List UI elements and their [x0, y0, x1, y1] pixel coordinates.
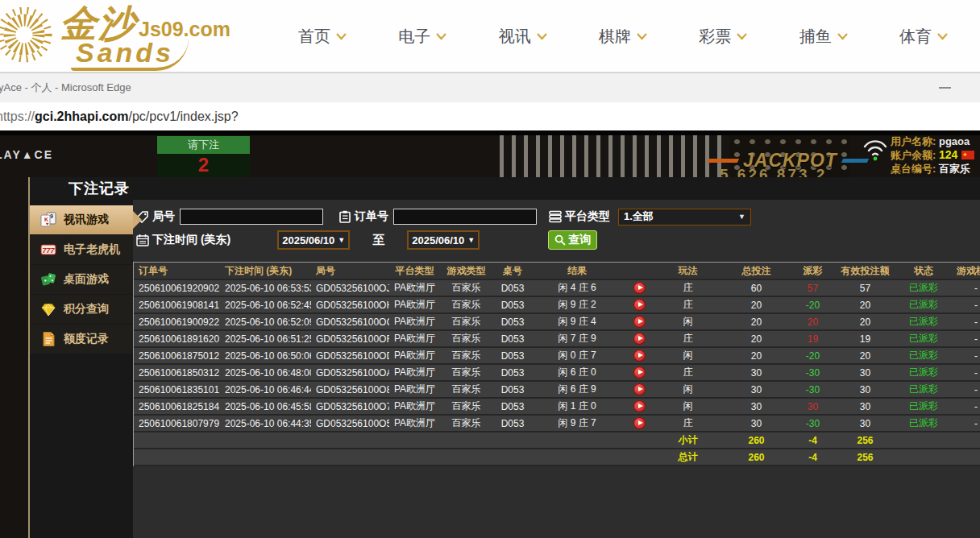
- date-to-button[interactable]: 2025/06/10 ▼: [407, 230, 480, 250]
- user-name-label: 用户名称:: [891, 135, 936, 147]
- cell-order: 250610061908141: [134, 297, 220, 312]
- sidebar-item-slots[interactable]: 777 电子老虎机: [30, 235, 133, 264]
- replay-button[interactable]: [633, 383, 646, 395]
- chevron-down-icon: [637, 33, 647, 40]
- sidebar-item-table-games[interactable]: 桌面游戏: [30, 265, 133, 294]
- nav-item-board-games[interactable]: 棋牌: [599, 26, 647, 48]
- curtain-stripes: [500, 135, 729, 177]
- cell-time: 2025-06-10 06:52:09: [220, 314, 311, 329]
- cell-bet: 60: [718, 280, 795, 296]
- filter-row-2: 下注时间 (美东) 2025/06/10 ▼ 至 2025/06/10 ▼: [133, 230, 980, 250]
- order-number-label: 订单号: [355, 209, 388, 224]
- total-icon: [621, 449, 658, 465]
- modal-titlebar[interactable]: 下注记录: [30, 177, 980, 200]
- sidebar-item-points[interactable]: 积分查询: [30, 295, 133, 324]
- cell-table: D053: [492, 399, 533, 414]
- replay-button[interactable]: [633, 366, 646, 379]
- replay-button[interactable]: [633, 316, 646, 328]
- window-title: yAce - 个人 - Microsoft Edge: [0, 81, 131, 95]
- cell-round: GD053256100O5: [311, 416, 389, 431]
- table-number-value: 百家乐: [939, 163, 970, 175]
- table-games-icon: [39, 271, 57, 288]
- nav-item-video[interactable]: 视讯: [499, 26, 547, 48]
- replay-button[interactable]: [633, 333, 646, 345]
- cell-result: 闲 1 庄 0: [533, 399, 621, 414]
- column-header-round: 局号: [311, 263, 389, 279]
- browser-urlbar[interactable]: https://gci.2hhapi.com/pc/pcv1/index.jsp…: [0, 102, 980, 130]
- cell-game: 百家乐: [440, 280, 492, 296]
- browser-titlebar[interactable]: yAce - 个人 - Microsoft Edge: [0, 72, 980, 102]
- cell-icon: [621, 297, 658, 312]
- nav-item-electronic[interactable]: 电子: [398, 26, 446, 48]
- cell-game: 百家乐: [440, 297, 492, 312]
- cell-valid: 30: [831, 416, 899, 431]
- sidebar-item-video-games[interactable]: 9 K ♥ 视讯游戏: [30, 205, 133, 234]
- cell-result: 闲 9 庄 2: [533, 297, 621, 312]
- cell-play: 闲: [658, 382, 718, 397]
- cell-bet: 20: [718, 331, 795, 346]
- total-time: [220, 449, 311, 465]
- cell-platform: PA欧洲厅: [389, 365, 440, 380]
- bet-time-label: 下注时间 (美东): [152, 233, 230, 247]
- cell-round: GD053256100OG: [311, 314, 389, 329]
- cell-mode: -: [948, 348, 980, 363]
- round-number-label: 局号: [152, 209, 175, 224]
- replay-button[interactable]: [633, 282, 646, 294]
- cell-game: 百家乐: [440, 331, 492, 346]
- chevron-down-icon: [336, 33, 347, 40]
- cell-icon: [621, 416, 658, 431]
- cell-table: D053: [492, 382, 533, 397]
- minimize-button[interactable]: [939, 87, 951, 89]
- cell-platform: PA欧洲厅: [389, 297, 440, 312]
- chevron-down-icon: [737, 33, 747, 40]
- search-button[interactable]: 查询: [548, 230, 597, 250]
- subtotal-bet: 260: [718, 432, 795, 448]
- order-number-input[interactable]: [393, 209, 537, 225]
- user-info-panel: 用户名称: pgaoa 账户余额: 124 桌台编号: 百家乐: [891, 134, 974, 176]
- subtotal-order: [134, 432, 220, 448]
- cell-bet: 30: [718, 399, 795, 414]
- cell-status: 已派彩: [899, 314, 948, 329]
- balance-row: 账户余额: 124: [891, 148, 974, 162]
- filter-panel: 局号 订单号: [133, 200, 980, 250]
- sidebar-item-quota-records[interactable]: 额度记录: [30, 325, 133, 354]
- nav-label: 电子: [398, 26, 430, 48]
- platform-list-icon: [548, 210, 563, 223]
- nav-item-fishing[interactable]: 捕鱼: [799, 26, 848, 48]
- cell-order: 250610061900922: [134, 314, 220, 329]
- nav-item-sports[interactable]: 体育: [899, 26, 948, 48]
- cell-play: 闲: [658, 314, 718, 329]
- cell-payout: -20: [795, 348, 831, 363]
- cell-valid: 19: [831, 331, 899, 346]
- cell-game: 百家乐: [440, 314, 492, 329]
- cell-platform: PA欧洲厅: [389, 280, 440, 296]
- cell-play: 闲: [658, 399, 718, 414]
- replay-button[interactable]: [633, 350, 646, 362]
- chevron-down-icon: [837, 33, 848, 40]
- replay-button[interactable]: [633, 299, 646, 311]
- replay-button[interactable]: [633, 400, 646, 412]
- cell-table: D053: [492, 314, 533, 329]
- cell-icon: [621, 348, 658, 363]
- flag-icon: [961, 151, 974, 159]
- table-number-label: 桌台编号:: [891, 163, 936, 175]
- date-from-button[interactable]: 2025/06/10 ▼: [277, 230, 350, 250]
- bet-records-table: 订单号下注时间 (美东)局号平台类型游戏类型桌号结果玩法总投注派彩有效投注额状态…: [133, 262, 980, 466]
- cell-table: D053: [492, 348, 533, 363]
- cell-play: 庄: [658, 365, 718, 380]
- nav-item-home[interactable]: 首页: [298, 26, 347, 48]
- round-number-input[interactable]: [180, 209, 323, 225]
- site-logo[interactable]: 金沙Js09.com Sands: [0, 0, 230, 72]
- playace-logo: LAY▲CE: [0, 148, 53, 161]
- cell-icon: [621, 280, 658, 296]
- cell-order: 250610061807979: [134, 416, 220, 431]
- cell-order: 250610061825184: [134, 399, 220, 414]
- subtotal-time: [220, 432, 311, 448]
- subtotal-mode: [948, 432, 980, 448]
- replay-button[interactable]: [633, 417, 646, 429]
- total-row: 总计260-4256: [134, 449, 980, 466]
- nav-item-lottery[interactable]: 彩票: [699, 26, 747, 48]
- platform-type-select[interactable]: 1.全部 ▼: [618, 209, 751, 226]
- cell-status: 已派彩: [899, 297, 948, 312]
- slot-machine-icon: 777: [39, 242, 57, 258]
